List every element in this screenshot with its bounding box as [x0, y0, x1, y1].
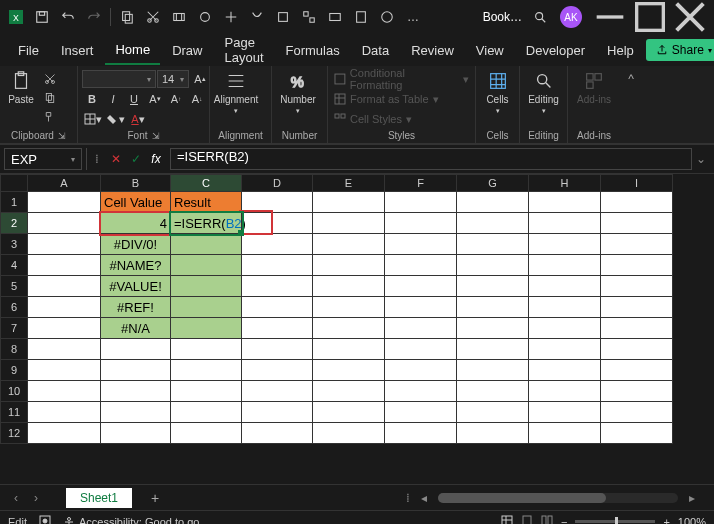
cell[interactable]: [529, 276, 601, 297]
avatar[interactable]: AK: [560, 6, 582, 28]
cell[interactable]: [313, 234, 385, 255]
cell[interactable]: [313, 297, 385, 318]
cell[interactable]: [529, 318, 601, 339]
col-header[interactable]: I: [601, 174, 673, 192]
cell[interactable]: [28, 381, 101, 402]
qat-icon-9[interactable]: [375, 5, 399, 29]
row-header[interactable]: 10: [0, 381, 28, 402]
tab-home[interactable]: Home: [105, 36, 160, 65]
cell[interactable]: [28, 234, 101, 255]
tab-view[interactable]: View: [466, 37, 514, 64]
cell[interactable]: [601, 360, 673, 381]
cell[interactable]: [242, 234, 313, 255]
cell[interactable]: [457, 297, 529, 318]
cell[interactable]: [171, 339, 242, 360]
sheet-tab[interactable]: Sheet1: [66, 488, 132, 508]
cell[interactable]: [101, 339, 171, 360]
dialog-launcher-icon[interactable]: ⇲: [58, 131, 66, 141]
cell[interactable]: [242, 297, 313, 318]
copy-button[interactable]: [40, 89, 60, 107]
alignment-button[interactable]: Alignment▾: [214, 70, 258, 115]
tab-review[interactable]: Review: [401, 37, 464, 64]
cell[interactable]: [313, 255, 385, 276]
zoom-slider[interactable]: [575, 520, 655, 523]
font-color-button[interactable]: A▾: [128, 110, 148, 128]
cell[interactable]: [242, 192, 313, 213]
cell[interactable]: [313, 213, 385, 234]
cell[interactable]: [171, 318, 242, 339]
cell[interactable]: [28, 255, 101, 276]
cell[interactable]: [601, 234, 673, 255]
row-header[interactable]: 5: [0, 276, 28, 297]
cell[interactable]: [385, 192, 457, 213]
cell[interactable]: [529, 402, 601, 423]
qat-icon-5[interactable]: [271, 5, 295, 29]
cell[interactable]: [28, 213, 101, 234]
cell[interactable]: [529, 213, 601, 234]
row-header[interactable]: 12: [0, 423, 28, 444]
view-normal-icon[interactable]: [501, 515, 513, 525]
col-header[interactable]: B: [101, 174, 171, 192]
tab-page-layout[interactable]: Page Layout: [215, 29, 274, 71]
col-header[interactable]: C: [171, 174, 242, 192]
cell[interactable]: [242, 276, 313, 297]
sheet-prev-icon[interactable]: ‹: [6, 491, 26, 505]
format-as-table-button[interactable]: Format as Table ▾: [332, 90, 471, 108]
macro-record-icon[interactable]: [39, 515, 51, 525]
name-box[interactable]: EXP▾: [4, 148, 82, 170]
col-header[interactable]: D: [242, 174, 313, 192]
cell[interactable]: [601, 339, 673, 360]
cancel-formula-icon[interactable]: ✕: [106, 148, 126, 170]
cell[interactable]: [529, 192, 601, 213]
cut-button[interactable]: [40, 70, 60, 88]
row-header[interactable]: 7: [0, 318, 28, 339]
row-header[interactable]: 9: [0, 360, 28, 381]
cell[interactable]: [171, 360, 242, 381]
cell[interactable]: [457, 381, 529, 402]
cell[interactable]: [242, 339, 313, 360]
tab-draw[interactable]: Draw: [162, 37, 212, 64]
maximize-button[interactable]: [630, 3, 670, 31]
cell[interactable]: [242, 255, 313, 276]
qat-icon-6[interactable]: [297, 5, 321, 29]
cell[interactable]: [385, 318, 457, 339]
cell[interactable]: [457, 402, 529, 423]
tab-formulas[interactable]: Formulas: [276, 37, 350, 64]
row-header[interactable]: 6: [0, 297, 28, 318]
cell[interactable]: [457, 255, 529, 276]
cell[interactable]: [601, 213, 673, 234]
cell[interactable]: [101, 402, 171, 423]
cell[interactable]: [385, 234, 457, 255]
col-header[interactable]: E: [313, 174, 385, 192]
add-sheet-icon[interactable]: +: [142, 490, 168, 506]
tab-developer[interactable]: Developer: [516, 37, 595, 64]
cell[interactable]: [313, 402, 385, 423]
dialog-launcher-icon[interactable]: ⇲: [152, 131, 160, 141]
font-grow-icon[interactable]: A↑: [166, 90, 186, 108]
cell[interactable]: [101, 381, 171, 402]
cell[interactable]: Result: [171, 192, 242, 213]
cell[interactable]: [28, 360, 101, 381]
cell[interactable]: [385, 360, 457, 381]
cell[interactable]: [601, 255, 673, 276]
select-all-corner[interactable]: [0, 174, 28, 192]
cell[interactable]: 4: [101, 213, 171, 234]
font-size-select[interactable]: 14▾: [157, 70, 189, 88]
cell[interactable]: [242, 213, 313, 234]
cell[interactable]: =ISERR(B2): [171, 213, 242, 234]
decrease-font-icon[interactable]: A▾: [145, 90, 165, 108]
font-shrink-icon[interactable]: A↓: [187, 90, 207, 108]
sheet-next-icon[interactable]: ›: [26, 491, 46, 505]
cell[interactable]: [601, 318, 673, 339]
zoom-in-button[interactable]: +: [663, 516, 669, 525]
row-header[interactable]: 4: [0, 255, 28, 276]
scroll-left-icon[interactable]: ◂: [414, 491, 434, 505]
row-header[interactable]: 8: [0, 339, 28, 360]
cell[interactable]: [171, 381, 242, 402]
cell[interactable]: [601, 402, 673, 423]
minimize-button[interactable]: [590, 3, 630, 31]
insert-function-icon[interactable]: fx: [146, 148, 166, 170]
cell[interactable]: #DIV/0!: [101, 234, 171, 255]
cell[interactable]: [313, 318, 385, 339]
format-painter-button[interactable]: [40, 108, 60, 126]
